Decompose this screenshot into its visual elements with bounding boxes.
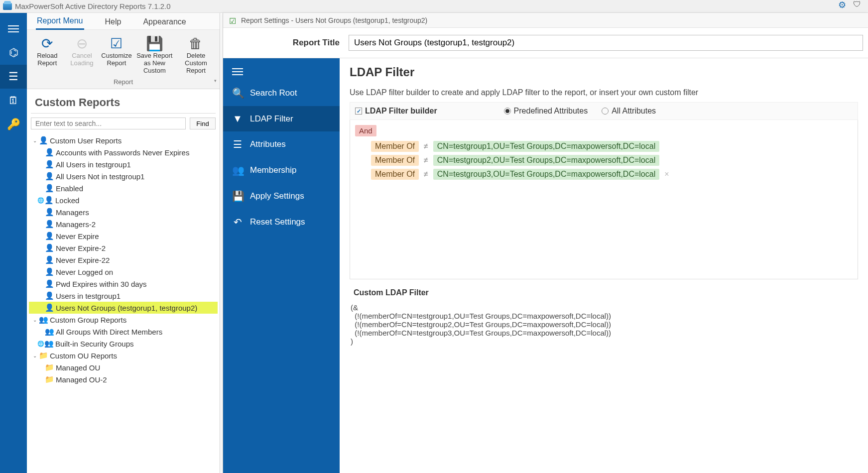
group-icon: 👥: [39, 315, 48, 324]
filter-content: LDAP Filter Use LDAP filter builder to c…: [340, 58, 868, 473]
attributes-icon: ☰: [232, 138, 243, 150]
user-icon: 👤: [44, 196, 53, 205]
tree-group-users[interactable]: ⌄ 👤 Custom User Reports: [29, 134, 218, 146]
settings-icon: [229, 16, 237, 24]
nav-membership[interactable]: 👥Membership: [223, 157, 340, 183]
user-icon: 👤: [45, 184, 54, 193]
tree-item[interactable]: 🌐👤Locked: [29, 194, 218, 206]
tab-report-menu[interactable]: Report Menu: [36, 13, 84, 30]
cancel-icon: ⊖: [76, 35, 88, 52]
undo-icon: ↶: [232, 216, 243, 228]
condition-attr[interactable]: Member Of: [371, 155, 419, 166]
tab-appearance[interactable]: Appearance: [142, 14, 187, 29]
nav-reset[interactable]: ↶Reset Settings: [223, 209, 340, 235]
menu-tabs: Report Menu Help Appearance: [27, 13, 220, 30]
left-pane: Report Menu Help Appearance ⟳ Reload Rep…: [27, 13, 220, 473]
user-icon: 👤: [39, 136, 48, 145]
rail-keys[interactable]: 🔑: [0, 113, 27, 136]
nav-ldap-filter[interactable]: ▼LDAP Filter: [223, 106, 340, 131]
tree-item[interactable]: 👤Accounts with Passwords Never Expires: [29, 146, 218, 158]
customize-icon: ☑: [110, 35, 123, 52]
condition-op[interactable]: ≠: [424, 156, 428, 165]
save-icon: 💾: [146, 35, 163, 52]
builder-checkbox[interactable]: LDAP Filter builder: [355, 107, 437, 116]
tree-item-selected[interactable]: 👤Users Not Groups (testgorup1, testgroup…: [29, 302, 218, 314]
tree-group-ou[interactable]: ⌄ 📁 Custom OU Reports: [29, 350, 218, 361]
folder-icon: 📁: [39, 351, 48, 360]
tree-item[interactable]: 👥All Groups With Direct Members: [29, 326, 218, 338]
ribbon: ⟳ Reload Report ⊖ Cancel Loading ☑ Custo…: [27, 30, 220, 89]
tree-item[interactable]: 👤Users in testgroup1: [29, 290, 218, 302]
delete-condition-icon[interactable]: ×: [664, 170, 669, 179]
custom-ldap-text: (& (!(memberOf=CN=testgroup1,OU=Test Gro…: [350, 301, 858, 348]
report-title-row: Report Title: [223, 28, 868, 58]
search-row: Find: [27, 114, 220, 133]
app-titlebar: MaxPowerSoft Active Directory Reports 7.…: [0, 0, 868, 13]
tree-item[interactable]: 👤Pwd Expires within 30 days: [29, 278, 218, 290]
tree-item[interactable]: 👤Never Expire-2: [29, 242, 218, 254]
condition-value[interactable]: CN=testgroup2,OU=Test Groups,DC=maxpower…: [433, 155, 659, 166]
tree-group-groups[interactable]: ⌄ 👥 Custom Group Reports: [29, 314, 218, 326]
condition-op[interactable]: ≠: [424, 170, 428, 179]
customize-report-button[interactable]: ☑ Customize Report: [99, 33, 134, 76]
condition-row[interactable]: Member Of ≠ CN=testgroup1,OU=Test Groups…: [355, 139, 853, 153]
nav-apply[interactable]: 💾Apply Settings: [223, 183, 340, 209]
tree-item[interactable]: 👤Managers: [29, 206, 218, 218]
find-button[interactable]: Find: [190, 118, 216, 129]
user-icon: 👤: [45, 220, 54, 229]
tree-item[interactable]: 👤All Users Not in testgroup1: [29, 170, 218, 182]
filter-heading: LDAP Filter: [350, 65, 858, 79]
user-icon: 👤: [45, 303, 54, 312]
custom-filter-checkbox[interactable]: Custom LDAP Filter: [350, 288, 858, 297]
tab-help[interactable]: Help: [104, 14, 123, 29]
delete-report-button[interactable]: 🗑 Delete Custom Report: [175, 33, 217, 76]
ribbon-group-label[interactable]: Report: [27, 76, 220, 88]
rail-menu[interactable]: [0, 17, 27, 41]
chevron-down-icon: ⌄: [33, 353, 39, 358]
nav-rail: ⌬ ☰ 🗓 🔑: [0, 13, 27, 473]
reload-report-button[interactable]: ⟳ Reload Report: [30, 33, 65, 76]
tree-item[interactable]: 👤Never Expire-22: [29, 254, 218, 266]
globe-icon: 🌐: [37, 341, 44, 347]
nav-attributes[interactable]: ☰Attributes: [223, 131, 340, 157]
filter-description: Use LDAP filter builder to create and ap…: [350, 81, 858, 102]
tree-item[interactable]: 👤All Users in testgroup1: [29, 158, 218, 170]
settings-gear-icon[interactable]: [838, 1, 847, 10]
radio-predefined[interactable]: Predefined Attributes: [504, 107, 588, 116]
tree-item[interactable]: 👤Managers-2: [29, 218, 218, 230]
tree-item[interactable]: 📁Managed OU: [29, 361, 218, 373]
report-title-input[interactable]: [349, 35, 863, 51]
tree-item[interactable]: 📁Managed OU-2: [29, 373, 218, 385]
condition-row[interactable]: Member Of ≠ CN=testgroup2,OU=Test Groups…: [355, 153, 853, 167]
custom-reports-header: Custom Reports: [27, 89, 220, 113]
rail-schedule[interactable]: 🗓: [0, 89, 27, 113]
tree-item[interactable]: 👤Never Expire: [29, 230, 218, 242]
condition-attr[interactable]: Member Of: [371, 169, 419, 180]
hierarchy-icon: ⌬: [9, 46, 18, 59]
filter-icon: ▼: [232, 113, 243, 124]
radio-icon: [602, 108, 609, 115]
nav-search-root[interactable]: 🔍Search Root: [223, 80, 340, 106]
user-icon: 👤: [45, 291, 54, 300]
settings-nav-toggle[interactable]: [223, 63, 340, 80]
tree-item[interactable]: 🌐👥Built-in Security Groups: [29, 338, 218, 350]
user-icon: 👤: [45, 232, 54, 240]
rail-hierarchy[interactable]: ⌬: [0, 41, 27, 65]
save-report-button[interactable]: 💾 Save Report as New Custom: [134, 33, 175, 76]
uac-shield-icon[interactable]: [853, 1, 862, 10]
radio-all[interactable]: All Attributes: [602, 107, 656, 116]
condition-attr[interactable]: Member Of: [371, 141, 419, 152]
condition-value[interactable]: CN=testgroup3,OU=Test Groups,DC=maxpower…: [433, 169, 659, 180]
condition-value[interactable]: CN=testgroup1,OU=Test Groups,DC=maxpower…: [433, 141, 659, 152]
chevron-down-icon: ⌄: [33, 317, 39, 323]
search-input[interactable]: [31, 118, 186, 129]
tree-item[interactable]: 👤Enabled: [29, 182, 218, 194]
condition-op[interactable]: ≠: [424, 142, 428, 151]
rail-reports[interactable]: ☰: [0, 65, 27, 89]
and-operator[interactable]: And: [355, 125, 376, 136]
schedule-icon: 🗓: [8, 94, 19, 107]
condition-row[interactable]: Member Of ≠ CN=testgroup3,OU=Test Groups…: [355, 167, 853, 181]
tree-item[interactable]: 👤Never Logged on: [29, 266, 218, 278]
filter-builder: And Member Of ≠ CN=testgroup1,OU=Test Gr…: [350, 120, 858, 279]
user-icon: 👤: [45, 279, 54, 288]
